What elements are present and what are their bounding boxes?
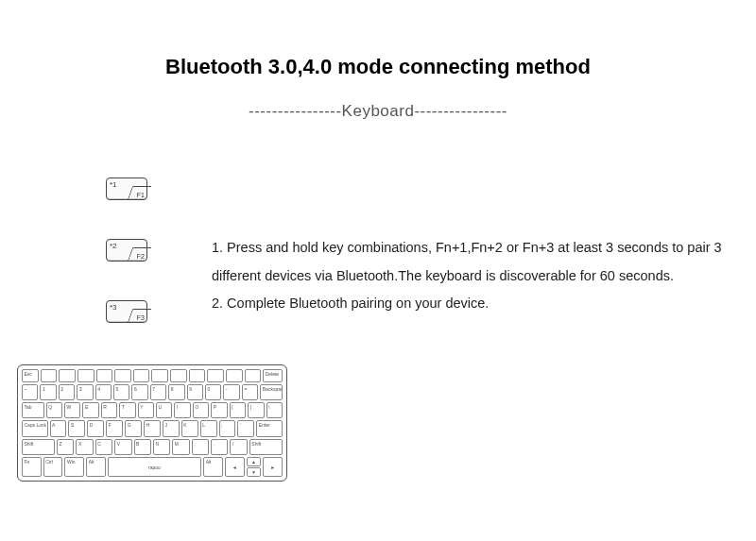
key-alt-l: Alt [86, 457, 106, 477]
key: M [172, 439, 189, 455]
key: 6 [131, 384, 147, 400]
key: Y [138, 402, 154, 418]
keyboard-illustration: Esc Delete ~ 1 2 3 4 5 6 7 8 9 0 - = Bac… [17, 364, 287, 482]
key-shift-l: Shift [22, 439, 55, 455]
key: I [174, 402, 190, 418]
key: ] [248, 402, 264, 418]
key: . [211, 439, 228, 455]
key [41, 369, 58, 382]
key: \ [266, 402, 283, 418]
key [77, 369, 94, 382]
key [114, 369, 131, 382]
key: R [101, 402, 117, 418]
key: 0 [205, 384, 221, 400]
key: 7 [150, 384, 166, 400]
key-ctrl: Ctrl [43, 457, 63, 477]
key: H [144, 420, 161, 436]
key-arrow-up: ▲ [247, 457, 262, 466]
key: / [230, 439, 247, 455]
key: X [76, 439, 93, 455]
keycap-1-num: *1 [110, 180, 117, 189]
key: Q [46, 402, 62, 418]
instruction-step-1: 1. Press and hold key combinations, Fn+1… [212, 234, 728, 290]
key-win: Win [64, 457, 84, 477]
key: Esc [22, 369, 39, 382]
key-arrow-down: ▼ [247, 467, 262, 477]
key [133, 369, 150, 382]
keycap-2-fn: F2 [137, 253, 145, 260]
instruction-step-2: 2. Complete Bluetooth pairing on your de… [212, 290, 728, 318]
keycap-fn3: *3 F3 [106, 300, 147, 323]
keycap-3-fn: F3 [137, 314, 145, 321]
keycap-3-num: *3 [110, 303, 117, 312]
key [170, 369, 187, 382]
key: , [192, 439, 209, 455]
key: P [211, 402, 227, 418]
key: C [95, 439, 112, 455]
key: B [134, 439, 151, 455]
key: 2 [59, 384, 75, 400]
keycap-fn1: *1 F1 [106, 178, 147, 200]
key-fn: Fn [22, 457, 42, 477]
key: T [119, 402, 135, 418]
key [151, 369, 168, 382]
key [96, 369, 113, 382]
key: ~ [22, 384, 38, 400]
key: 5 [113, 384, 129, 400]
key: E [82, 402, 98, 418]
key: J [163, 420, 180, 436]
kbd-row-0: Esc Delete [22, 369, 283, 382]
key: D [87, 420, 104, 436]
key: O [193, 402, 209, 418]
key: 3 [77, 384, 93, 400]
key: Z [57, 439, 74, 455]
kbd-row-1: ~ 1 2 3 4 5 6 7 8 9 0 - = Backspace [22, 384, 283, 400]
key: 1 [40, 384, 56, 400]
key: N [153, 439, 170, 455]
key: L [200, 420, 217, 436]
key: 4 [95, 384, 112, 400]
key: F [106, 420, 123, 436]
kbd-row-4: Shift Z X C V B N M , . / Shift [22, 439, 283, 455]
key-enter: Enter [256, 420, 283, 436]
key-alt-r: Alt [203, 457, 223, 477]
key-capslock: Caps Lock [22, 420, 48, 436]
key-arrow-updown: ▲ ▼ [247, 457, 262, 477]
key: S [68, 420, 85, 436]
kbd-row-3: Caps Lock A S D F G H J K L ; ' Enter [22, 420, 283, 436]
keycap-1-fn: F1 [137, 192, 145, 198]
key: 9 [187, 384, 203, 400]
key: [ [230, 402, 246, 418]
key: W [64, 402, 80, 418]
section-subtitle: ----------------Keyboard---------------- [0, 102, 756, 121]
key-arrow-left: ◄ [225, 457, 245, 477]
key: = [242, 384, 258, 400]
key [245, 369, 262, 382]
instructions-block: 1. Press and hold key combinations, Fn+1… [212, 234, 728, 318]
key: K [181, 420, 198, 436]
keycap-2-num: *2 [110, 242, 117, 250]
key: ; [219, 420, 236, 436]
keycap-fn2: *2 F2 [106, 239, 147, 262]
key-backspace: Backspace [260, 384, 283, 400]
key: G [125, 420, 142, 436]
page-title: Bluetooth 3.0,4.0 mode connecting method [0, 55, 756, 79]
key-tab: Tab [22, 402, 44, 418]
key-arrow-right: ► [263, 457, 283, 477]
key: V [114, 439, 131, 455]
key: ' [237, 420, 254, 436]
key: U [156, 402, 172, 418]
key [59, 369, 76, 382]
key-delete: Delete [263, 369, 283, 382]
key [226, 369, 243, 382]
key [189, 369, 206, 382]
key [207, 369, 224, 382]
key: - [223, 384, 239, 400]
kbd-row-2: Tab Q W E R T Y U I O P [ ] \ [22, 402, 283, 418]
key-space: rapoo [108, 457, 201, 477]
key: 8 [168, 384, 184, 400]
kbd-row-5: Fn Ctrl Win Alt rapoo Alt ◄ ▲ ▼ ► [22, 457, 283, 477]
key-shift-r: Shift [249, 439, 283, 455]
key: A [50, 420, 67, 436]
